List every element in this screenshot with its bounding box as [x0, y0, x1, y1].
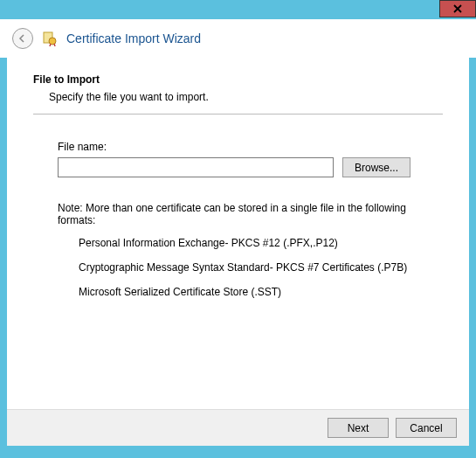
format-item: Cryptographic Message Syntax Standard- P… — [79, 261, 443, 274]
close-button[interactable] — [439, 0, 476, 17]
file-input-row: Browse... — [58, 157, 443, 177]
wizard-title: Certificate Import Wizard — [66, 31, 201, 45]
next-button[interactable]: Next — [328, 418, 389, 438]
file-name-input[interactable] — [58, 157, 334, 177]
content-wrapper: File to Import Specify the file you want… — [0, 58, 476, 453]
format-item: Microsoft Serialized Certificate Store (… — [79, 286, 443, 298]
format-list: Personal Information Exchange- PKCS #12 … — [79, 237, 443, 298]
close-icon — [453, 4, 462, 13]
section-description: Specify the file you want to import. — [49, 91, 443, 103]
cancel-button[interactable]: Cancel — [396, 418, 457, 438]
wizard-footer: Next Cancel — [7, 409, 469, 446]
file-section: File name: Browse... Note: More than one… — [58, 141, 443, 298]
browse-button[interactable]: Browse... — [342, 157, 410, 177]
back-button[interactable] — [12, 28, 33, 49]
wizard-content: File to Import Specify the file you want… — [7, 58, 469, 409]
certificate-icon — [42, 31, 58, 46]
section-title: File to Import — [33, 73, 443, 86]
separator — [33, 114, 443, 114]
titlebar — [0, 0, 476, 19]
wizard-header: Certificate Import Wizard — [0, 19, 476, 58]
note-text: Note: More than one certificate can be s… — [58, 202, 443, 226]
wizard-window: Certificate Import Wizard File to Import… — [0, 0, 476, 458]
back-arrow-icon — [17, 33, 28, 44]
svg-point-1 — [49, 38, 56, 45]
file-name-label: File name: — [58, 141, 443, 153]
format-item: Personal Information Exchange- PKCS #12 … — [79, 237, 443, 249]
